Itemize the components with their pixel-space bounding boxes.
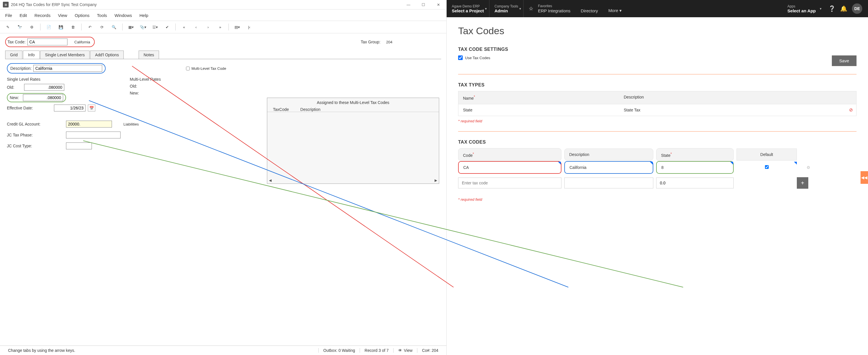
new-doc-icon[interactable]: 📄 xyxy=(45,23,53,31)
attach-icon[interactable]: 📎▾ xyxy=(139,23,147,31)
delete-icon[interactable]: 🗑 xyxy=(69,23,76,31)
nav-app-selector[interactable]: Apps Select an App ▼ xyxy=(784,2,824,16)
scroll-right-icon[interactable]: ▶ xyxy=(435,178,437,182)
codes-code-cell[interactable]: CA xyxy=(458,161,561,174)
types-name-cell[interactable]: State xyxy=(458,104,619,116)
menu-edit[interactable]: Edit xyxy=(20,13,27,18)
codes-state-cell[interactable]: 8 xyxy=(656,161,734,174)
codes-desc-cell[interactable]: California xyxy=(564,161,653,174)
menu-records[interactable]: Records xyxy=(34,13,51,18)
types-desc-cell[interactable]: State Tax xyxy=(619,104,846,116)
save-icon[interactable]: 💾 xyxy=(57,23,65,31)
chevron-down-icon: ▼ xyxy=(519,7,522,10)
star-icon[interactable]: ☆ xyxy=(529,5,533,12)
menu-options[interactable]: Options xyxy=(74,13,90,18)
nav-last-icon[interactable]: » xyxy=(216,23,224,31)
eye-icon: 👁 xyxy=(398,348,402,353)
nav-link-erp[interactable]: ERP Integrations xyxy=(538,8,570,13)
maximize-button[interactable]: ☐ xyxy=(420,2,427,7)
corner-indicator xyxy=(650,162,653,165)
description-input[interactable] xyxy=(33,65,102,72)
old-rate-label: Old: xyxy=(7,85,20,90)
refresh-icon[interactable]: ⟳ xyxy=(98,23,105,31)
delete-row-icon[interactable]: ⊘ xyxy=(846,107,856,113)
nav-link-directory[interactable]: Directory xyxy=(581,8,598,13)
codes-col-code: Code* xyxy=(458,148,561,161)
description-label: Description: xyxy=(10,66,32,71)
export-icon[interactable]: ☳▾ xyxy=(151,23,159,31)
multi-level-checkbox-text: Multi-Level Tax Code xyxy=(191,66,226,71)
nav-project-selector[interactable]: Agave Demo ERP Select a Project ▼ xyxy=(446,0,489,17)
tab-single-level[interactable]: Single Level Members xyxy=(40,51,90,59)
section-codes-title: TAX CODES xyxy=(458,140,857,145)
multi-panel-col-taxcode: TaxCode xyxy=(273,107,289,112)
help-icon[interactable]: ❔ xyxy=(828,5,836,12)
tab-grid[interactable]: Grid xyxy=(5,51,22,59)
codes-required-note: * required field xyxy=(458,197,857,202)
toolbar-separator xyxy=(40,24,40,30)
tax-code-input[interactable] xyxy=(27,38,67,46)
nav-company-tools[interactable]: Company Tools Admin ▼ xyxy=(489,0,524,17)
spellcheck-icon[interactable]: ✔ xyxy=(163,23,171,31)
types-col-desc: Description xyxy=(619,91,845,104)
avatar[interactable]: DE xyxy=(852,3,862,14)
new-desc-input[interactable] xyxy=(564,177,653,188)
multi-panel-col-desc: Description xyxy=(300,107,320,112)
menu-windows[interactable]: Windows xyxy=(115,13,132,18)
use-tax-codes-row[interactable]: Use Tax Codes xyxy=(458,55,490,60)
binoculars-icon[interactable]: 🔭 xyxy=(16,23,24,31)
tab-notes[interactable]: Notes xyxy=(138,51,159,59)
tax-code-label: Tax Code: xyxy=(7,40,26,44)
calendar-icon[interactable]: 📅 xyxy=(88,105,95,112)
table-icon[interactable]: ▤▾ xyxy=(234,23,241,31)
types-row[interactable]: State State Tax ⊘ xyxy=(458,104,857,116)
row-settings-icon[interactable]: ⚙ xyxy=(800,162,817,173)
codes-default-cell[interactable] xyxy=(737,162,797,173)
new-rate-group: New: xyxy=(7,93,66,102)
new-code-input[interactable] xyxy=(458,177,561,188)
filter-icon[interactable]: ⚙ xyxy=(28,23,36,31)
close-button[interactable]: ✕ xyxy=(434,2,442,7)
jc-phase-input[interactable] xyxy=(66,131,121,139)
goto-first-icon[interactable]: |‹ xyxy=(245,23,253,31)
add-row-button[interactable]: + xyxy=(797,177,808,189)
effective-date-input[interactable] xyxy=(54,105,86,112)
save-button[interactable]: Save xyxy=(832,55,857,66)
collapse-side-tab[interactable]: ◀◀ xyxy=(861,171,868,184)
nav-prev-icon[interactable]: ‹ xyxy=(192,23,200,31)
multi-level-checkbox[interactable] xyxy=(186,67,190,70)
gl-account-input[interactable] xyxy=(66,121,112,127)
menu-tools[interactable]: Tools xyxy=(97,13,107,18)
minimize-button[interactable]: — xyxy=(404,2,412,7)
tab-info[interactable]: Info xyxy=(23,51,39,59)
tax-code-group: Tax Code: California xyxy=(5,37,95,47)
menu-view[interactable]: View xyxy=(58,13,67,18)
gl-account-label: Credit GL Account: xyxy=(7,122,64,126)
grid-icon[interactable]: ▦▾ xyxy=(127,23,135,31)
nav-first-icon[interactable]: « xyxy=(180,23,188,31)
search-icon[interactable]: 🔍 xyxy=(110,23,118,31)
edit-icon[interactable]: ✎ xyxy=(4,23,11,31)
use-tax-codes-checkbox[interactable] xyxy=(458,55,463,60)
toolbar-separator xyxy=(81,24,82,30)
tab-addl-options[interactable]: Add'l Options xyxy=(90,51,124,59)
chevron-down-icon: ▼ xyxy=(485,7,487,10)
multi-level-checkbox-label[interactable]: Multi-Level Tax Code xyxy=(186,66,226,71)
nav-favorites: ☆ Favorites ERP Integrations Directory M… xyxy=(524,0,627,17)
bell-icon[interactable]: 🔔 xyxy=(840,5,847,12)
new-rate-input[interactable] xyxy=(23,94,63,101)
types-required-note: * required field xyxy=(458,119,857,123)
toolbar-separator xyxy=(228,24,229,30)
scroll-left-icon[interactable]: ◀ xyxy=(269,178,272,182)
menu-file[interactable]: File xyxy=(5,13,12,18)
old-rate-input[interactable] xyxy=(24,84,64,91)
menu-help[interactable]: Help xyxy=(140,13,148,18)
single-rates-title: Single Level Rates xyxy=(7,77,95,82)
undo-icon[interactable]: ↶ xyxy=(86,23,94,31)
jc-cost-input[interactable] xyxy=(66,143,92,149)
nav-link-more[interactable]: More ▾ xyxy=(608,8,621,13)
nav-next-icon[interactable]: › xyxy=(205,23,212,31)
new-state-input[interactable] xyxy=(656,177,734,188)
new-rate-label: New: xyxy=(10,95,19,100)
codes-default-checkbox[interactable] xyxy=(765,165,769,169)
